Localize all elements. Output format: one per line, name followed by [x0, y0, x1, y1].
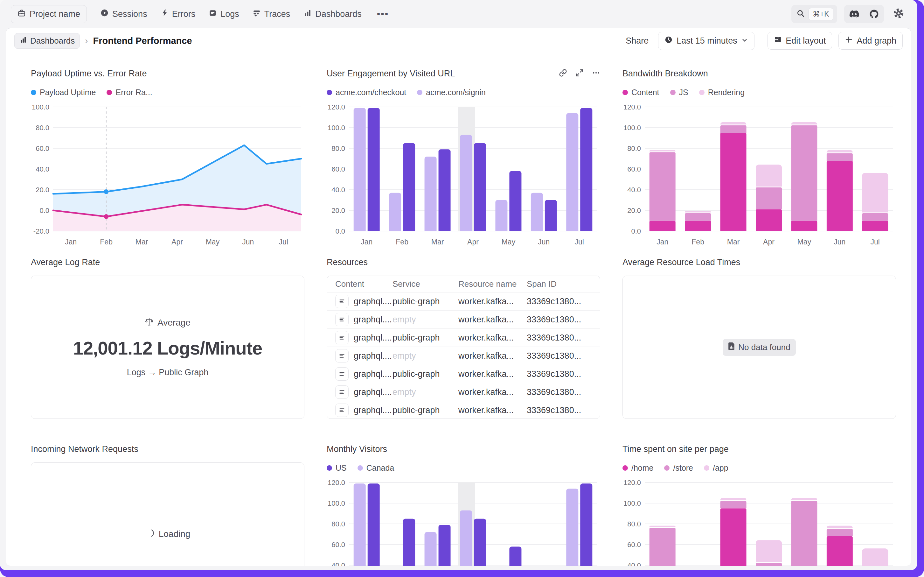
nav-more-button[interactable]: ••• [375, 9, 391, 19]
table-row[interactable]: graphql....public-graphworker.kafka...33… [327, 401, 600, 419]
chart-title: Resources [327, 258, 368, 268]
project-switcher-button[interactable]: Project name [11, 5, 87, 23]
cell-span-id: 33369c1380... [527, 387, 600, 397]
svg-text:40.0: 40.0 [627, 186, 641, 194]
cell-service: empty [392, 351, 458, 361]
settings-button[interactable] [891, 6, 906, 22]
chart-title: User Engagement by Visited URL [327, 69, 455, 79]
nav-item-traces[interactable]: Traces [252, 9, 291, 19]
logs-icon [209, 9, 217, 19]
nav-item-logs[interactable]: Logs [209, 9, 239, 19]
link-icon[interactable] [559, 69, 567, 77]
panel-header: Dashboards › Frontend Performance Share … [6, 28, 911, 53]
add-graph-button[interactable]: Add graph [839, 32, 903, 50]
chart-legend: acme.com/checkoutacme.com/signin [327, 86, 600, 99]
lightning-icon [161, 9, 169, 19]
chart-title: Monthly Visitors [327, 444, 387, 454]
svg-text:0.0: 0.0 [631, 227, 641, 235]
nav-item-dashboards[interactable]: Dashboards [304, 9, 362, 19]
ellipsis-icon[interactable] [592, 69, 600, 77]
svg-text:60.0: 60.0 [331, 541, 345, 549]
stacked-bar-chart[interactable]: 0.020.040.060.080.0100.0120.0JanFebMarAp… [622, 476, 896, 566]
nav-left: Project name Sessions Errors [11, 5, 390, 23]
table-row[interactable]: graphql....emptyworker.kafka...33369c138… [327, 383, 600, 401]
breadcrumb-dashboards[interactable]: Dashboards [14, 33, 80, 49]
svg-text:100.0: 100.0 [328, 124, 345, 132]
legend-dot [327, 90, 332, 95]
nav-item-label: Sessions [112, 9, 147, 19]
no-data-label: No data found [738, 342, 790, 352]
edit-layout-label: Edit layout [786, 36, 826, 46]
svg-text:Jun: Jun [242, 238, 254, 246]
tile-average-log-rate: Average Log Rate Average 12,001.12 Logs/… [31, 258, 304, 444]
bar-chart[interactable]: 0.020.040.060.080.0100.0120.0JanFebMarAp… [327, 476, 600, 566]
discord-button[interactable] [844, 5, 864, 23]
tile-bandwidth: Bandwidth Breakdown ContentJSRendering 0… [622, 69, 896, 258]
nav-item-sessions[interactable]: Sessions [100, 9, 147, 19]
legend-dot [664, 465, 670, 471]
legend-item: /store [664, 463, 693, 472]
table-body: graphql....public-graphworker.kafka...33… [327, 292, 600, 419]
svg-text:0.0: 0.0 [39, 206, 49, 214]
legend-item: US [327, 463, 347, 472]
resources-table: Content Service Resource name Span ID gr… [327, 276, 600, 419]
table-row[interactable]: graphql....public-graphworker.kafka...33… [327, 365, 600, 383]
svg-text:100.0: 100.0 [328, 500, 345, 507]
svg-text:120.0: 120.0 [328, 103, 345, 111]
top-nav: Project name Sessions Errors [0, 0, 917, 28]
table-row[interactable]: graphql....public-graphworker.kafka...33… [327, 292, 600, 311]
legend-dot [622, 465, 628, 471]
expand-icon[interactable] [575, 69, 584, 77]
edit-layout-button[interactable]: Edit layout [768, 32, 832, 50]
search-icon [797, 9, 805, 19]
tile-payload-uptime: Payload Uptime vs. Error Rate Payload Up… [31, 69, 304, 258]
share-button[interactable]: Share [622, 34, 652, 48]
metric-label: Average [157, 318, 191, 328]
table-row[interactable]: graphql....emptyworker.kafka...33369c138… [327, 311, 600, 329]
svg-text:Feb: Feb [396, 238, 408, 246]
log-lines-icon[interactable] [335, 331, 349, 344]
table-row[interactable]: graphql....public-graphworker.kafka...33… [327, 329, 600, 347]
svg-text:Jun: Jun [538, 238, 550, 246]
svg-text:40.0: 40.0 [331, 561, 345, 566]
svg-text:20.0: 20.0 [35, 186, 49, 194]
legend-item: Rendering [699, 88, 745, 97]
search-shortcut: ⌘+K [808, 8, 833, 20]
cell-span-id: 33369c1380... [527, 351, 600, 361]
github-button[interactable] [864, 5, 884, 23]
cell-resource-name: worker.kafka... [458, 369, 527, 379]
table-row[interactable]: graphql....emptyworker.kafka...33369c138… [327, 347, 600, 365]
nav-item-errors[interactable]: Errors [161, 9, 196, 19]
log-lines-icon[interactable] [335, 367, 349, 380]
log-lines-icon[interactable] [335, 295, 349, 308]
legend-dot [670, 90, 676, 95]
cell-span-id: 33369c1380... [527, 405, 600, 415]
cell-span-id: 33369c1380... [527, 369, 600, 379]
page: Project name Sessions Errors [0, 0, 924, 577]
svg-text:Feb: Feb [691, 238, 704, 246]
chart-actions [559, 69, 600, 77]
log-lines-icon[interactable] [335, 403, 349, 417]
dashboard-grid: Payload Uptime vs. Error Rate Payload Up… [6, 53, 911, 566]
stacked-bar-chart[interactable]: 0.020.040.060.080.0100.0120.0JanFebMarAp… [622, 101, 896, 250]
time-range-select[interactable]: Last 15 minutes [658, 32, 754, 50]
cell-content: graphql.... [354, 297, 392, 306]
time-range-label: Last 15 minutes [677, 36, 737, 46]
cell-resource-name: worker.kafka... [458, 297, 527, 306]
chart-title: Incoming Network Requests [31, 444, 138, 454]
chart-title: Average Resource Load Times [622, 258, 740, 268]
log-lines-icon[interactable] [335, 313, 349, 326]
search-button[interactable]: ⌘+K [791, 5, 837, 23]
tile-average-resource-load: Average Resource Load Times No data foun… [622, 258, 896, 444]
line-chart[interactable]: -20.00.020.040.060.080.0100.0JanFebMarAp… [31, 101, 304, 250]
bar-chart[interactable]: 0.020.040.060.080.0100.0120.0JanFebMarAp… [327, 101, 600, 250]
svg-text:60.0: 60.0 [627, 541, 641, 549]
log-lines-icon[interactable] [335, 385, 349, 399]
cell-content: graphql.... [354, 315, 392, 325]
clock-icon [664, 35, 673, 46]
tile-monthly-visitors: Monthly Visitors USCanada 0.020.040.060.… [327, 444, 600, 566]
column-header: Span ID [527, 279, 600, 289]
nav-item-label: Errors [172, 9, 196, 19]
log-lines-icon[interactable] [335, 349, 349, 363]
svg-text:120.0: 120.0 [623, 479, 641, 487]
